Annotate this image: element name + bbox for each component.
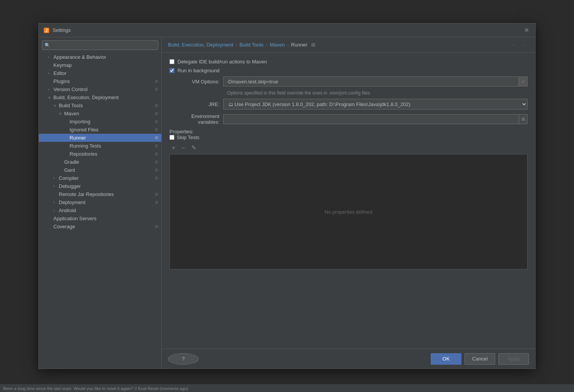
arrow-icon: ›: [53, 184, 59, 188]
skip-tests-label[interactable]: Skip Tests: [177, 135, 199, 140]
vm-options-expand-button[interactable]: ⤢: [519, 76, 528, 86]
breadcrumb-build-tools[interactable]: Build Tools: [239, 42, 264, 48]
close-button[interactable]: ✕: [523, 25, 531, 35]
jre-select[interactable]: 🗂 Use Project JDK (version 1.8.0_202, pa…: [223, 99, 528, 110]
delegate-ide-checkbox[interactable]: [169, 59, 174, 64]
env-vars-browse-button[interactable]: ⊞: [519, 114, 528, 124]
env-vars-row: Environment variables: ⊞: [169, 113, 528, 125]
sidebar-item-app-servers[interactable]: Application Servers: [39, 214, 161, 223]
settings-icon: ⊞: [155, 103, 158, 108]
sidebar-item-appearance[interactable]: › Appearance & Behavior: [39, 53, 161, 61]
sidebar-item-deployment[interactable]: › Deployment ⊞: [39, 198, 161, 206]
sidebar-item-remote-jar[interactable]: Remote Jar Repositories ⊞: [39, 190, 161, 198]
sidebar-item-ignored-files[interactable]: Ignored Files ⊞: [39, 126, 161, 134]
sidebar-item-android[interactable]: › Android: [39, 206, 161, 214]
settings-icon: ⊞: [155, 79, 158, 84]
sidebar-item-label: Ignored Files: [70, 127, 155, 133]
search-box[interactable]: 🔍: [42, 40, 158, 50]
breadcrumb-bar: Build, Execution, Deployment › Build Too…: [162, 37, 535, 53]
search-input[interactable]: [52, 42, 156, 48]
sidebar-item-label: Repositories: [70, 151, 155, 157]
env-vars-input[interactable]: [223, 114, 528, 124]
sidebar-item-label: Build, Execution, Deployment: [53, 95, 158, 100]
sidebar-item-label: Application Servers: [53, 216, 158, 221]
settings-icon: ⊞: [155, 151, 158, 156]
run-in-background-checkbox[interactable]: [169, 68, 174, 73]
sidebar-item-plugins[interactable]: Plugins ⊞: [39, 77, 161, 85]
dialog-title: Settings: [53, 27, 523, 33]
add-property-button[interactable]: +: [169, 144, 178, 152]
tab-icon: ⊞: [311, 42, 315, 48]
settings-icon: ⊞: [155, 176, 158, 181]
vm-options-row: VM Options: ⤢: [169, 76, 528, 86]
arrow-icon: ›: [53, 200, 59, 204]
settings-icon: ⊞: [155, 192, 158, 197]
remove-property-button[interactable]: −: [179, 144, 187, 152]
title-bar: J Settings ✕: [39, 23, 535, 37]
sidebar-item-label: Appearance & Behavior: [53, 54, 158, 60]
sep-icon: ›: [287, 42, 289, 48]
breadcrumb: Build, Execution, Deployment › Build Too…: [168, 42, 510, 48]
status-text: Been a long time since the last reset. W…: [3, 386, 188, 391]
sidebar-item-label: Keymap: [53, 62, 158, 68]
settings-icon: ⊞: [155, 200, 158, 205]
sidebar-item-label: Runner: [70, 135, 155, 141]
properties-toolbar: + − ✎: [169, 144, 528, 152]
delegate-ide-row: Delegate IDE build/run actions to Maven: [169, 59, 528, 65]
sidebar-item-editor[interactable]: › Editor: [39, 69, 161, 77]
properties-section: Properties: Skip Tests + − ✎ No prop: [169, 129, 528, 269]
sidebar-item-build-tools[interactable]: ∨ Build Tools ⊞: [39, 101, 161, 110]
content-area: 🔍 › Appearance & Behavior Keymap › Edito…: [39, 37, 535, 369]
settings-dialog: J Settings ✕ 🔍 › Appearance & Behavior K…: [38, 23, 536, 369]
no-properties-text: No properties defined: [325, 209, 372, 215]
breadcrumb-build[interactable]: Build, Execution, Deployment: [168, 42, 233, 48]
status-bar: Been a long time since the last reset. W…: [0, 384, 574, 392]
settings-icon: ⊞: [155, 224, 158, 229]
sidebar: 🔍 › Appearance & Behavior Keymap › Edito…: [39, 37, 162, 369]
sidebar-item-label: Deployment: [59, 199, 155, 205]
sidebar-item-label: Android: [59, 208, 158, 213]
sidebar-item-keymap[interactable]: Keymap: [39, 61, 161, 69]
sidebar-item-label: Editor: [53, 70, 158, 76]
sidebar-item-compiler[interactable]: › Compiler ⊞: [39, 174, 161, 182]
sidebar-item-label: Gant: [64, 167, 155, 173]
cancel-button[interactable]: Cancel: [465, 353, 495, 365]
vm-options-label: VM Options:: [169, 79, 223, 85]
sidebar-item-label: Gradle: [64, 159, 155, 165]
vm-options-input[interactable]: [223, 76, 519, 86]
sidebar-item-coverage[interactable]: Coverage ⊞: [39, 223, 161, 231]
svg-text:J: J: [45, 28, 48, 33]
sidebar-item-label: Debugger: [59, 183, 158, 189]
edit-property-button[interactable]: ✎: [189, 144, 199, 152]
help-button[interactable]: ?: [168, 353, 199, 365]
sidebar-item-runner[interactable]: Runner ⊞: [39, 134, 161, 142]
run-in-background-label[interactable]: Run in background: [178, 68, 219, 73]
panel-content: Delegate IDE build/run actions to Maven …: [162, 53, 535, 349]
vm-options-input-wrap: ⤢: [223, 76, 528, 86]
sidebar-item-label: Version Control: [53, 86, 155, 92]
sidebar-item-gradle[interactable]: Gradle ⊞: [39, 158, 161, 166]
sidebar-item-importing[interactable]: Importing ⊞: [39, 118, 161, 126]
breadcrumb-maven[interactable]: Maven: [270, 42, 285, 48]
delegate-ide-label[interactable]: Delegate IDE build/run actions to Maven: [178, 59, 267, 65]
settings-icon: ⊞: [155, 143, 158, 148]
arrow-icon: ›: [48, 55, 53, 59]
apply-button[interactable]: Apply: [498, 353, 529, 365]
sidebar-item-debugger[interactable]: › Debugger: [39, 182, 161, 190]
settings-icon: ⊞: [155, 87, 158, 92]
ok-button[interactable]: OK: [431, 353, 461, 365]
sidebar-item-build-exec[interactable]: ∨ Build, Execution, Deployment: [39, 93, 161, 101]
sep-icon: ›: [236, 42, 237, 48]
sidebar-item-maven[interactable]: ∨ Maven ⊞: [39, 110, 161, 118]
arrow-icon: ∨: [48, 95, 53, 100]
sidebar-item-label: Remote Jar Repositories: [59, 191, 155, 197]
sidebar-item-gant[interactable]: Gant ⊞: [39, 166, 161, 174]
sep-icon: ›: [266, 42, 267, 48]
sidebar-item-running-tests[interactable]: Running Tests ⊞: [39, 142, 161, 150]
settings-icon: ⊞: [155, 168, 158, 173]
back-button[interactable]: ←: [510, 41, 518, 49]
sidebar-item-version-control[interactable]: › Version Control ⊞: [39, 85, 161, 93]
skip-tests-checkbox[interactable]: [169, 135, 174, 140]
sidebar-item-repositories[interactable]: Repositories ⊞: [39, 150, 161, 158]
forward-button[interactable]: →: [521, 41, 529, 49]
